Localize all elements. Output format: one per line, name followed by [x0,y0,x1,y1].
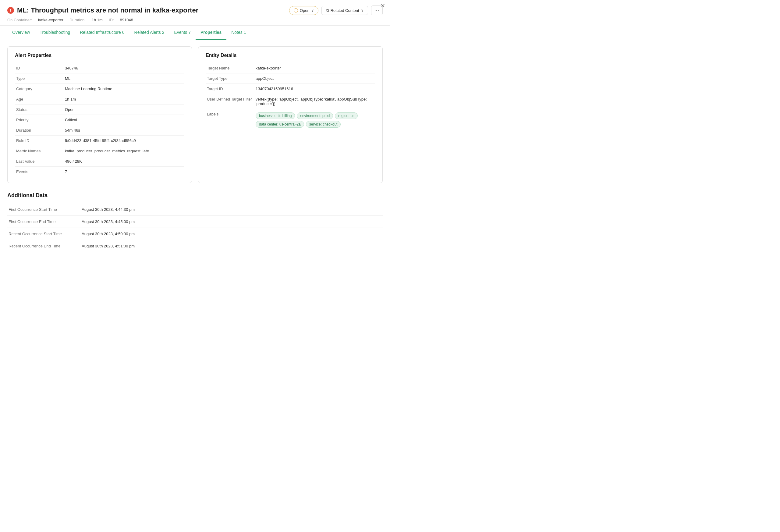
related-content-chevron-icon: ∨ [361,8,363,12]
table-row: Events 7 [15,167,184,177]
prop-key: Target Type [206,74,254,84]
prop-key: Category [15,84,64,94]
table-row: Target Name kafka-exporter [206,63,375,74]
prop-val: Machine Learning Runtime [64,84,184,94]
data-key: First Occurrence End Time [7,216,81,228]
table-row: Age 1h 1m [15,94,184,104]
prop-key: Type [15,74,64,84]
meta-row: On Container: kafka-exporter Duration: 1… [7,18,383,22]
nav-tabs: Overview Troubleshooting Related Infrast… [0,26,390,40]
tab-troubleshooting[interactable]: Troubleshooting [35,26,75,40]
page-header: ! ML: Throughput metrics are not normal … [0,0,390,26]
tab-events[interactable]: Events 7 [169,26,196,40]
open-button-label: Open [300,8,309,13]
prop-key: Metric Names [15,146,64,156]
table-row: Type ML [15,74,184,84]
table-row: Metric Names kafka_producer_producer_met… [15,146,184,156]
labels-container: business unit: billingenvironment: prodr… [256,112,374,128]
entity-details-card: Entity Details Target Name kafka-exporte… [198,46,383,183]
data-key: Recent Occurrence Start Time [7,228,81,240]
container-label: On Container: [7,18,32,22]
title-left: ! ML: Throughput metrics are not normal … [7,6,198,14]
tab-related-infrastructure[interactable]: Related Infrastructure 6 [75,26,129,40]
prop-val: kafka_producer_producer_metrics_request_… [64,146,184,156]
prop-val: vertex({type: 'appObject', appObjType: '… [254,94,375,109]
data-val: August 30th 2023, 4:44:30 pm [81,203,383,216]
prop-val: ML [64,74,184,84]
entity-details-table: Target Name kafka-exporter Target Type a… [206,63,375,131]
table-row: Last Value 496.428K [15,156,184,167]
prop-key: Events [15,167,64,177]
table-row: Status Open [15,104,184,115]
prop-val: Open [64,104,184,115]
data-val: August 30th 2023, 4:51:00 pm [81,240,383,252]
close-button[interactable]: ✕ [381,3,385,8]
id-label: ID: [109,18,114,22]
main-content: Alert Properties ID 348746 Type ML Categ… [0,40,390,258]
tab-related-alerts[interactable]: Related Alerts 2 [130,26,169,40]
tab-overview[interactable]: Overview [7,26,35,40]
prop-key: ID [15,63,64,74]
page-title: ML: Throughput metrics are not normal in… [17,6,198,14]
tab-properties[interactable]: Properties [196,26,227,40]
table-row: ID 348746 [15,63,184,74]
related-content-button[interactable]: ⧉ Related Content ∨ [322,6,368,15]
title-row: ! ML: Throughput metrics are not normal … [7,5,383,15]
table-row: Rule ID fb0dd423-d381-45fd-95f4-c2f34ad5… [15,136,184,146]
prop-key: Priority [15,115,64,125]
prop-key: Age [15,94,64,104]
container-value: kafka-exporter [38,18,63,22]
table-row: Duration 54m 46s [15,125,184,136]
prop-key: Target ID [206,84,254,94]
label-tag: service: checkout [306,121,341,128]
prop-val: 13407042159951616 [254,84,375,94]
related-content-icon: ⧉ [326,8,329,13]
more-actions-icon: ··· [375,8,379,13]
close-icon: ✕ [381,3,385,9]
prop-val: 54m 46s [64,125,184,136]
prop-key: Rule ID [15,136,64,146]
id-value: 891048 [120,18,133,22]
tab-notes[interactable]: Notes 1 [227,26,251,40]
prop-val: 348746 [64,63,184,74]
title-actions: Open ∨ ⧉ Related Content ∨ ··· [289,5,383,15]
prop-val: 496.428K [64,156,184,167]
table-row: Target ID 13407042159951616 [206,84,375,94]
data-key: Recent Occurrence End Time [7,240,81,252]
open-button[interactable]: Open ∨ [289,6,319,15]
data-val: August 30th 2023, 4:45:00 pm [81,216,383,228]
table-row: First Occurrence Start Time August 30th … [7,203,383,216]
table-row: User Defined Target Filter vertex({type:… [206,94,375,109]
prop-val: kafka-exporter [254,63,375,74]
alert-properties-table: ID 348746 Type ML Category Machine Learn… [15,63,184,177]
open-chevron-icon: ∨ [311,8,314,12]
table-row: First Occurrence End Time August 30th 20… [7,216,383,228]
duration-value: 1h 1m [92,18,103,22]
table-row: Recent Occurrence Start Time August 30th… [7,228,383,240]
label-tag: data center: us-central-2a [256,121,304,128]
related-alerts-count: 2 [162,30,164,35]
additional-data-table: First Occurrence Start Time August 30th … [7,203,383,252]
prop-val: Critical [64,115,184,125]
prop-val: appObject [254,74,375,84]
alert-severity-icon: ! [7,7,14,14]
entity-details-title: Entity Details [206,53,375,58]
label-tag: environment: prod [297,112,333,119]
label-tag: business unit: billing [256,112,295,119]
events-count: 7 [188,30,191,35]
prop-val: fb0dd423-d381-45fd-95f4-c2f34ad556c9 [64,136,184,146]
table-row: Recent Occurrence End Time August 30th 2… [7,240,383,252]
table-row: Labels business unit: billingenvironment… [206,109,375,131]
prop-key: Duration [15,125,64,136]
prop-key: Status [15,104,64,115]
alert-properties-title: Alert Properties [15,53,184,58]
prop-val: business unit: billingenvironment: prodr… [254,109,375,131]
data-key: First Occurrence Start Time [7,203,81,216]
additional-data-section: Additional Data First Occurrence Start T… [7,192,383,252]
table-row: Priority Critical [15,115,184,125]
open-status-icon [294,8,298,12]
label-tag: region: us [335,112,358,119]
prop-key: User Defined Target Filter [206,94,254,109]
table-row: Category Machine Learning Runtime [15,84,184,94]
prop-val: 7 [64,167,184,177]
